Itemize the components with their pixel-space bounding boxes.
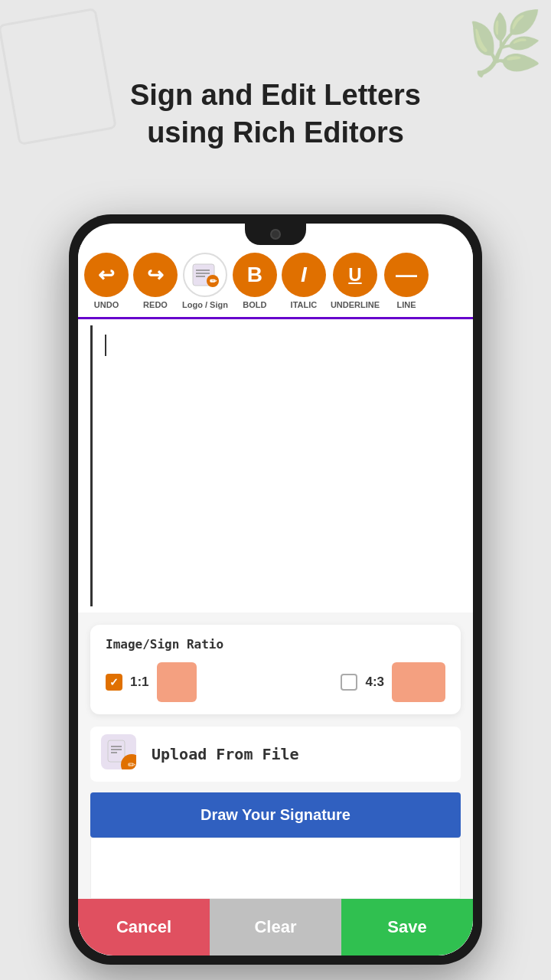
redo-tool[interactable]: ↪ REDO <box>133 253 178 309</box>
checkbox-4-3[interactable] <box>341 674 357 691</box>
header-title: Sign and Edit Letters using Rich Editors <box>0 77 551 152</box>
bold-tool[interactable]: B BOLD <box>233 253 277 309</box>
italic-label: ITALIC <box>291 300 318 309</box>
logo-sign-tool[interactable]: ✏ Logo / Sign <box>182 253 228 309</box>
ratio-preview-4-3 <box>392 662 445 702</box>
ratio-title: Image/Sign Ratio <box>106 637 445 652</box>
line-tool[interactable]: — LINE <box>384 253 429 309</box>
italic-tool[interactable]: I ITALIC <box>282 253 326 309</box>
underline-icon: U <box>333 253 377 297</box>
clear-button[interactable]: Clear <box>210 899 341 956</box>
ratio-label-4-3: 4:3 <box>365 675 384 690</box>
bold-icon: B <box>233 253 277 297</box>
clear-label: Clear <box>254 917 296 936</box>
logo-sign-icon: ✏ <box>183 253 227 297</box>
text-cursor <box>105 335 106 356</box>
phone-screen: ↩ UNDO ↪ REDO ✏ Logo <box>78 224 473 956</box>
ratio-card: Image/Sign Ratio 1:1 4:3 <box>90 625 461 714</box>
ratio-option-1-1[interactable]: 1:1 <box>106 662 197 702</box>
underline-label: UNDERLINE <box>331 300 380 309</box>
save-button[interactable]: Save <box>341 899 473 956</box>
bottom-panel: Image/Sign Ratio 1:1 4:3 <box>78 612 473 956</box>
upload-icon-bg: ✏ <box>101 734 136 769</box>
underline-tool[interactable]: U UNDERLINE <box>331 253 380 309</box>
toolbar: ↩ UNDO ↪ REDO ✏ Logo <box>78 245 473 319</box>
phone-frame: ↩ UNDO ↪ REDO ✏ Logo <box>69 214 482 965</box>
undo-icon: ↩ <box>84 253 129 297</box>
line-label: LINE <box>397 300 416 309</box>
cancel-label: Cancel <box>116 917 171 936</box>
upload-from-file-row[interactable]: ✏ Upload From File <box>90 727 461 782</box>
redo-icon: ↪ <box>133 253 178 297</box>
signature-canvas[interactable] <box>90 838 461 899</box>
cancel-button[interactable]: Cancel <box>78 899 210 956</box>
phone-notch <box>245 224 306 245</box>
line-icon: — <box>384 253 429 297</box>
draw-signature-label: Draw Your Signature <box>201 806 350 823</box>
ratio-options: 1:1 4:3 <box>106 662 445 702</box>
redo-label: REDO <box>143 300 168 309</box>
undo-tool[interactable]: ↩ UNDO <box>84 253 129 309</box>
ratio-preview-1-1 <box>157 662 197 702</box>
ratio-label-1-1: 1:1 <box>130 675 149 690</box>
editor-area[interactable] <box>90 325 461 606</box>
svg-text:✏: ✏ <box>210 276 217 286</box>
bottom-buttons: Cancel Clear Save <box>78 899 473 956</box>
logo-sign-label: Logo / Sign <box>182 300 228 309</box>
bold-label: BOLD <box>243 300 266 309</box>
upload-label: Upload From File <box>152 745 299 763</box>
draw-signature-button[interactable]: Draw Your Signature <box>90 792 461 838</box>
upload-icon-wrap: ✏ <box>101 734 141 774</box>
checkbox-1-1[interactable] <box>106 674 122 691</box>
italic-icon: I <box>282 253 326 297</box>
ratio-option-4-3[interactable]: 4:3 <box>341 662 445 702</box>
save-label: Save <box>387 917 426 936</box>
bg-decoration-plant: 🌿 <box>467 8 543 80</box>
undo-label: UNDO <box>94 300 119 309</box>
camera-dot <box>270 229 281 240</box>
